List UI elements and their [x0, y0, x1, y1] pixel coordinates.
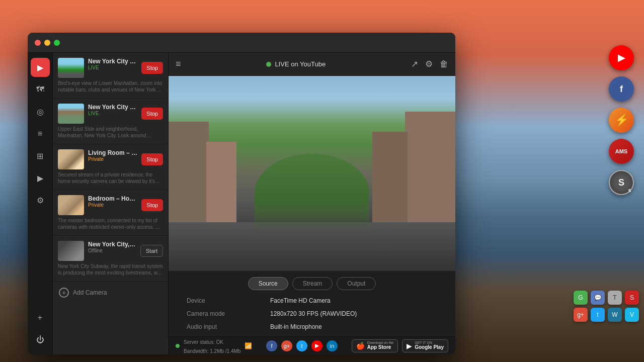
camera-item[interactable]: New York City – Birds Eye LIVE Stop Bird… [53, 53, 168, 99]
camera-item[interactable]: New York City – UES LIVE Stop Upper East… [53, 99, 168, 144]
google-play-name: Google Play [415, 344, 444, 350]
live-dot [266, 62, 271, 67]
app-store-badge[interactable]: 🍎 Download on the App Store [352, 339, 398, 352]
stop-button[interactable]: Stop [141, 199, 163, 211]
camera-status: Private [88, 156, 137, 162]
twitter-app-icon[interactable]: t [591, 308, 605, 322]
audio-label: Audio input [187, 323, 270, 330]
add-icon: + [38, 313, 42, 322]
maximize-button[interactable] [54, 40, 60, 46]
small-app-icons: G 💬 T S g+ t W V [574, 291, 639, 322]
facebook-app-icon[interactable]: f [609, 76, 634, 102]
camera-item[interactable]: New York City, Subway Offline Start New … [53, 236, 168, 282]
right-sidebar: ▶ f ⚡ AMS S 5 [609, 45, 634, 195]
camera-thumbnail [58, 149, 84, 169]
camera-description: The master bedroom, connected to my list… [58, 217, 163, 230]
audio-value: Built-in Microphone [270, 323, 437, 330]
lightning-app-icon[interactable]: ⚡ [609, 108, 634, 133]
sidebar-item-location[interactable]: ◎ [31, 102, 50, 121]
camera-info: New York City – UES LIVE [88, 104, 137, 117]
camera-description: Bird's-eye view of Lower Manhattan, zoom… [58, 80, 163, 93]
building [169, 122, 209, 222]
stop-button[interactable]: Stop [141, 62, 163, 74]
linkedin-social-icon[interactable]: in [327, 340, 338, 351]
facebook-label: f [620, 84, 623, 95]
google-play-badge[interactable]: ▶ GET IT ON Google Play [402, 339, 448, 352]
menu-icon[interactable]: ≡ [176, 59, 181, 69]
camera-info: Bedroom – Home Private [88, 195, 137, 209]
sidebar-item-map[interactable]: 🗺 [31, 80, 50, 99]
lightning-label: ⚡ [615, 114, 628, 127]
status-bar: Server status: OK Bandwidth: 1.2Mb /1.4M… [169, 336, 455, 354]
store-badges: 🍎 Download on the App Store ▶ GET IT ON … [352, 339, 448, 352]
facebook-social-icon[interactable]: f [266, 340, 277, 351]
logo-icon: ▶ [37, 63, 43, 72]
tab-stream[interactable]: Stream [292, 277, 333, 290]
tab-row: Source Stream Output [177, 277, 447, 290]
camera-thumbnail [58, 195, 84, 215]
list-icon: ≡ [38, 129, 42, 138]
delete-icon[interactable]: 🗑 [440, 59, 448, 69]
ams-app-icon[interactable]: AMS [609, 139, 634, 164]
chat-app-icon[interactable]: 💬 [591, 291, 605, 305]
camera-name: New York City – Birds Eye [88, 58, 137, 65]
googleplus-social-icon[interactable]: g+ [281, 340, 292, 351]
close-button[interactable] [35, 40, 41, 46]
tab-output[interactable]: Output [337, 277, 376, 290]
building [206, 142, 236, 222]
camera-name: Living Room – Home [88, 149, 137, 156]
minimize-button[interactable] [44, 40, 50, 46]
building [372, 132, 408, 222]
video-preview [169, 76, 455, 271]
app-window: ▶ 🗺 ◎ ≡ ⊞ ▶ ⚙ + [28, 33, 455, 354]
server-status: Server status: OK [184, 339, 223, 345]
settings-icon[interactable]: ⚙ [425, 59, 433, 69]
stop-button[interactable]: Stop [141, 153, 163, 165]
green-app-icon[interactable]: G [574, 291, 588, 305]
power-icon: ⏻ [36, 335, 44, 344]
tab-source[interactable]: Source [248, 277, 288, 290]
camera-status: Private [88, 202, 137, 208]
live-text: LIVE on YouTube [275, 60, 326, 68]
sidebar-item-video[interactable]: ▶ [31, 168, 50, 188]
apple-icon: 🍎 [356, 342, 365, 350]
vimeo-app-icon[interactable]: V [625, 308, 639, 322]
add-camera-icon: + [59, 288, 69, 298]
t-app-icon[interactable]: T [608, 291, 622, 305]
right-panel: ≡ LIVE on YouTube ↗ ⚙ 🗑 [169, 53, 455, 354]
red-app-icon[interactable]: S [625, 291, 639, 305]
add-camera-button[interactable]: + Add Camera [53, 282, 168, 304]
sidebar-item-grid[interactable]: ⊞ [31, 146, 50, 165]
five-app-icon[interactable]: S 5 [609, 170, 634, 195]
camera-item[interactable]: Living Room – Home Private Stop Secured … [53, 144, 168, 190]
start-button[interactable]: Start [140, 245, 163, 257]
gplus-app-icon[interactable]: g+ [574, 308, 588, 322]
sidebar-item-list[interactable]: ≡ [31, 124, 50, 143]
sidebar-item-add[interactable]: + [31, 308, 50, 327]
sidebar-item-settings[interactable]: ⚙ [31, 191, 50, 210]
google-play-sub: GET IT ON [415, 341, 444, 344]
youtube-app-icon[interactable]: ▶ [609, 45, 634, 70]
stop-button[interactable]: Stop [141, 108, 163, 120]
camera-name: New York City, Subway [88, 241, 136, 248]
camera-status: LIVE [88, 111, 137, 116]
camera-info: New York City – Birds Eye LIVE [88, 58, 137, 71]
share-icon[interactable]: ↗ [411, 59, 418, 69]
bandwidth-text: Bandwidth: 1.2Mb /1.4Mb [184, 348, 240, 354]
camera-thumbnail [58, 104, 84, 124]
wordpress-app-icon[interactable]: W [608, 308, 622, 322]
mode-label: Camera mode [187, 310, 270, 317]
twitter-social-icon[interactable]: t [296, 340, 307, 351]
social-icons: f g+ t ▶ in [266, 340, 338, 351]
status-text-group: Server status: OK Bandwidth: 1.2Mb /1.4M… [184, 337, 240, 355]
camera-name: Bedroom – Home [88, 195, 137, 202]
youtube-social-icon[interactable]: ▶ [311, 340, 323, 351]
sidebar-item-logo[interactable]: ▶ [31, 58, 50, 77]
camera-status: Offline [88, 248, 136, 253]
ams-label: AMS [615, 148, 627, 154]
sidebar-item-power[interactable]: ⏻ [31, 330, 50, 349]
title-bar [28, 33, 455, 53]
bottom-controls: Source Stream Output Device FaceTime HD … [169, 271, 455, 336]
camera-item[interactable]: Bedroom – Home Private Stop The master b… [53, 190, 168, 236]
sidebar: ▶ 🗺 ◎ ≡ ⊞ ▶ ⚙ + [28, 53, 53, 354]
